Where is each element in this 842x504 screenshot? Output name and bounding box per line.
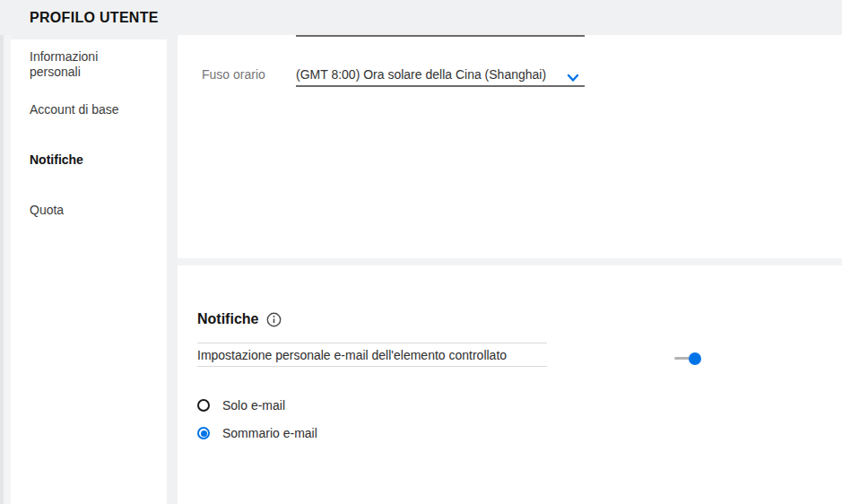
timezone-label: Fuso orario — [202, 67, 265, 82]
timezone-value: (GMT 8:00) Ora solare della Cina (Shangh… — [296, 67, 546, 82]
sidebar-nav: Informazioni personali Account di base N… — [11, 39, 167, 218]
page-title: PROFILO UTENTE — [30, 10, 159, 26]
page-header: PROFILO UTENTE — [0, 0, 842, 35]
radio-option-sommario-email[interactable]: Sommario e-mail — [197, 426, 317, 440]
info-icon[interactable] — [266, 312, 282, 327]
scrollbar-thumb[interactable] — [0, 35, 4, 504]
cropped-field-underline — [296, 35, 585, 37]
sidebar-item-notifiche[interactable]: Notifiche — [30, 152, 142, 168]
main-panel: Fuso orario (GMT 8:00) Ora solare della … — [178, 35, 842, 504]
sidebar-item-account-di-base[interactable]: Account di base — [30, 102, 142, 117]
radio-option-label: Solo e-mail — [222, 398, 285, 413]
notifications-heading: Notifiche — [197, 311, 258, 327]
radio-checked-icon — [197, 427, 210, 439]
sidebar-item-informazioni-personali[interactable]: Informazioni personali — [30, 49, 142, 80]
left-scroll-gutter[interactable] — [0, 35, 11, 504]
email-setting-label: Impostazione personale e-mail dell'eleme… — [197, 348, 507, 362]
toggle-knob-icon — [689, 352, 701, 365]
email-setting-row: Impostazione personale e-mail dell'eleme… — [197, 343, 547, 367]
chevron-down-icon — [567, 70, 579, 86]
section-divider — [178, 258, 842, 265]
radio-option-solo-email[interactable]: Solo e-mail — [197, 398, 285, 413]
radio-unchecked-icon — [197, 399, 210, 412]
sidebar-item-quota[interactable]: Quota — [30, 203, 142, 218]
radio-option-label: Sommario e-mail — [222, 426, 317, 440]
profile-sidebar: Informazioni personali Account di base N… — [11, 39, 167, 504]
notifications-toggle[interactable] — [674, 352, 701, 365]
timezone-select[interactable]: (GMT 8:00) Ora solare della Cina (Shangh… — [296, 65, 585, 87]
